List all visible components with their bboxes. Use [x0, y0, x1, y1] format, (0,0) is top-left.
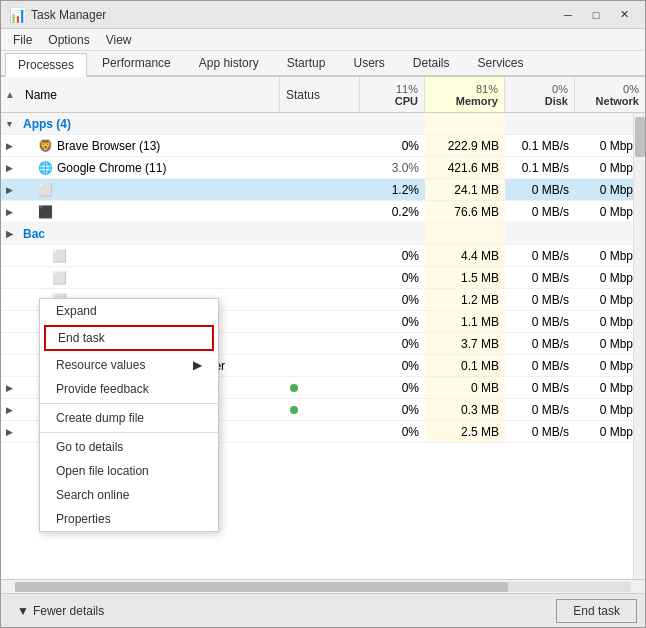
apps-section-label: Apps (4)	[17, 113, 280, 134]
col-header-memory[interactable]: 81% Memory	[425, 77, 505, 112]
table-row[interactable]: ▶ 🦁 Brave Browser (13) 0% 222.9 MB 0.1 M…	[1, 135, 645, 157]
expand-icon[interactable]: ▶	[1, 179, 17, 200]
memory-label: Memory	[456, 95, 498, 107]
row-memory: 421.6 MB	[425, 157, 505, 178]
ctx-expand[interactable]: Expand	[40, 299, 218, 323]
ctx-properties[interactable]: Properties	[40, 507, 218, 531]
fewer-details-label: Fewer details	[33, 604, 104, 618]
tabs-bar: Processes Performance App history Startu…	[1, 51, 645, 77]
col-header-name[interactable]: Name	[19, 77, 280, 112]
row-name-bg5: ⬜	[17, 245, 280, 266]
tab-services[interactable]: Services	[465, 51, 537, 75]
disk-label: Disk	[545, 95, 568, 107]
window-title: Task Manager	[31, 8, 555, 22]
row-status	[280, 135, 360, 156]
expand-icon[interactable]: ▶	[1, 377, 17, 398]
maximize-button[interactable]: □	[583, 5, 609, 25]
row-memory: 76.6 MB	[425, 201, 505, 222]
apps-memory	[425, 113, 505, 134]
tab-startup[interactable]: Startup	[274, 51, 339, 75]
ctx-go-to-details[interactable]: Go to details	[40, 435, 218, 459]
col-header-network[interactable]: 0% Network	[575, 77, 645, 112]
ctx-end-task[interactable]: End task	[44, 325, 214, 351]
ctx-provide-feedback[interactable]: Provide feedback	[40, 377, 218, 401]
row-disk: 0 MB/s	[505, 179, 575, 200]
section-background[interactable]: ▶ Bac	[1, 223, 645, 245]
ctx-create-dump[interactable]: Create dump file	[40, 406, 218, 430]
horizontal-scrollbar[interactable]	[1, 579, 645, 593]
minimize-button[interactable]: ─	[555, 5, 581, 25]
row-memory: 222.9 MB	[425, 135, 505, 156]
section-apps[interactable]: ▾ Apps (4)	[1, 113, 645, 135]
expand-icon[interactable]: ▶	[1, 135, 17, 156]
vertical-scrollbar[interactable]	[633, 113, 645, 579]
tab-processes[interactable]: Processes	[5, 53, 87, 77]
bg-status	[280, 223, 360, 244]
ctx-open-file-location[interactable]: Open file location	[40, 459, 218, 483]
brave-icon: 🦁	[37, 138, 53, 154]
expand-icon	[1, 245, 17, 266]
row-name-bg6: ⬜	[17, 267, 280, 288]
table-row[interactable]: ▶ 🌐 Google Chrome (11) 3.0% 421.6 MB 0.1…	[1, 157, 645, 179]
row-name-chrome: 🌐 Google Chrome (11)	[17, 157, 280, 178]
network-label: Network	[596, 95, 639, 107]
submenu-arrow: ▶	[193, 358, 202, 372]
close-button[interactable]: ✕	[611, 5, 637, 25]
table-row[interactable]: ▶ ⬜ 1.2% 24.1 MB 0 MB/s 0 Mbps	[1, 179, 645, 201]
expand-icon[interactable]: ▶	[1, 157, 17, 178]
disk-pct: 0%	[552, 83, 568, 95]
menu-file[interactable]: File	[5, 31, 40, 49]
ctx-separator-1	[40, 403, 218, 404]
row-cpu: 0.2%	[360, 201, 425, 222]
expand-icon[interactable]: ▶	[1, 201, 17, 222]
expand-bg-icon[interactable]: ▶	[1, 223, 17, 244]
bg-app-icon-6: ⬜	[51, 270, 67, 286]
window-controls: ─ □ ✕	[555, 5, 637, 25]
bg-section-text: Bac	[23, 227, 45, 241]
col-status-label: Status	[286, 88, 320, 102]
end-task-button[interactable]: End task	[556, 599, 637, 623]
bg-memory	[425, 223, 505, 244]
scrollbar-thumb[interactable]	[635, 117, 645, 157]
fewer-details-button[interactable]: ▼ Fewer details	[9, 600, 112, 622]
hscroll-track[interactable]	[15, 582, 631, 592]
table-row[interactable]: ⬜ 0% 1.5 MB 0 MB/s 0 Mbps	[1, 267, 645, 289]
tab-details[interactable]: Details	[400, 51, 463, 75]
expand-apps-icon[interactable]: ▾	[1, 113, 17, 134]
tab-app-history[interactable]: App history	[186, 51, 272, 75]
bg-cpu	[360, 223, 425, 244]
row-status	[280, 201, 360, 222]
row-status	[280, 157, 360, 178]
row-cpu: 3.0%	[360, 157, 425, 178]
expand-icon[interactable]: ▶	[1, 421, 17, 442]
task-manager-window: 📊 Task Manager ─ □ ✕ File Options View P…	[0, 0, 646, 628]
app-icon-3: ⬜	[37, 182, 53, 198]
bg-app-icon-5: ⬜	[51, 248, 67, 264]
menu-options[interactable]: Options	[40, 31, 97, 49]
chrome-icon: 🌐	[37, 160, 53, 176]
hscroll-thumb[interactable]	[15, 582, 508, 592]
row-name-brave: 🦁 Brave Browser (13)	[17, 135, 280, 156]
menu-view[interactable]: View	[98, 31, 140, 49]
memory-pct: 81%	[476, 83, 498, 95]
table-row[interactable]: ▶ ⬛ 0.2% 76.6 MB 0 MB/s 0 Mbps	[1, 201, 645, 223]
apps-status	[280, 113, 360, 134]
col-header-disk[interactable]: 0% Disk	[505, 77, 575, 112]
apps-section-text: Apps (4)	[23, 117, 71, 131]
ctx-search-online[interactable]: Search online	[40, 483, 218, 507]
expand-icon[interactable]: ▶	[1, 399, 17, 420]
network-pct: 0%	[623, 83, 639, 95]
tab-users[interactable]: Users	[340, 51, 397, 75]
table-row[interactable]: ⬜ 0% 4.4 MB 0 MB/s 0 Mbps	[1, 245, 645, 267]
ctx-resource-values[interactable]: Resource values ▶	[40, 353, 218, 377]
table-header: ▲ Name Status 11% CPU 81% Memory 0% Disk…	[1, 77, 645, 113]
row-cpu: 1.2%	[360, 179, 425, 200]
ctx-separator-2	[40, 432, 218, 433]
sort-arrow-up[interactable]: ▲	[1, 77, 19, 112]
apps-disk	[505, 113, 575, 134]
col-header-cpu[interactable]: 11% CPU	[360, 77, 425, 112]
menu-bar: File Options View	[1, 29, 645, 51]
col-header-status[interactable]: Status	[280, 77, 360, 112]
row-cpu: 0%	[360, 135, 425, 156]
tab-performance[interactable]: Performance	[89, 51, 184, 75]
